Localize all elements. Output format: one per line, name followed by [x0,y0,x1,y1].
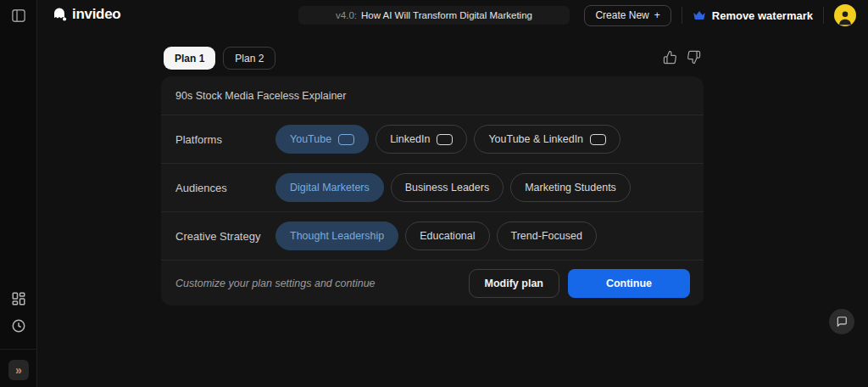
modify-plan-button[interactable]: Modify plan [469,269,559,298]
option-business-leaders[interactable]: Business Leaders [391,173,504,202]
platforms-row: Platforms YouTube LinkedIn YouTube & Lin… [161,115,704,164]
document-name: How AI Will Transform Digital Marketing [361,10,532,20]
avatar-person-icon [836,8,854,26]
chat-launcher-button[interactable] [829,309,854,334]
platform-options: YouTube LinkedIn YouTube & LinkedIn [275,125,620,154]
avatar[interactable] [834,4,856,26]
invideo-logo-icon [51,6,68,23]
create-new-label: Create New [595,9,648,21]
tab-plan-1[interactable]: Plan 1 [164,47,215,70]
option-label: LinkedIn [390,133,430,145]
sidebar-divider [0,349,36,350]
platforms-label: Platforms [175,133,275,146]
strategy-options: Thought Leadership Educational Trend-Foc… [275,222,597,250]
invideo-logo[interactable]: invideo [51,6,120,23]
plan-card: 90s Stock Media Faceless Explainer Platf… [161,76,704,306]
landscape-frame-icon [437,134,453,145]
top-bar: invideo v4.0: How AI Will Transform Digi… [0,0,868,31]
option-trend-focused[interactable]: Trend-Focused [497,222,597,250]
crown-icon [693,9,706,21]
audiences-label: Audiences [175,182,275,194]
document-title-field[interactable]: v4.0: How AI Will Transform Digital Mark… [298,6,570,25]
option-digital-marketers[interactable]: Digital Marketers [275,173,384,202]
landscape-frame-icon [590,134,606,145]
topbar-divider [682,7,682,24]
topbar-actions: Create New + Remove watermark [584,0,856,31]
grid-icon[interactable] [11,291,26,306]
document-version: v4.0: [336,10,357,20]
plan-tabs: Plan 1 Plan 2 [164,47,275,70]
option-label: YouTube & LinkedIn [488,133,583,145]
audiences-row: Audiences Digital Marketers Business Lea… [161,164,704,212]
audience-options: Digital Marketers Business Leaders Marke… [275,173,631,202]
expand-sidebar-button[interactable]: » [8,360,29,380]
create-new-button[interactable]: Create New + [584,5,670,26]
tab-plan-2[interactable]: Plan 2 [223,47,275,70]
remove-watermark-label: Remove watermark [712,9,813,22]
option-youtube-linkedin[interactable]: YouTube & LinkedIn [474,125,620,154]
topbar-divider [823,7,824,24]
customize-note: Customize your plan settings and continu… [175,278,460,289]
remove-watermark-button[interactable]: Remove watermark [693,9,813,22]
option-youtube[interactable]: YouTube [275,125,369,154]
continue-button[interactable]: Continue [568,269,690,298]
plan-title: 90s Stock Media Faceless Explainer [161,76,704,115]
plus-icon: + [654,9,660,21]
plan-rating [663,50,701,64]
creative-strategy-label: Creative Strategy [175,230,275,243]
left-sidebar: » [0,0,37,387]
option-marketing-students[interactable]: Marketing Students [510,173,631,202]
option-linkedin[interactable]: LinkedIn [376,125,467,154]
option-educational[interactable]: Educational [405,222,489,250]
clock-icon[interactable] [11,318,26,334]
thumbs-up-icon[interactable] [663,50,677,64]
option-label: YouTube [290,133,331,145]
logo-text: invideo [72,6,120,23]
plan-card-footer: Customize your plan settings and continu… [161,261,704,306]
expand-icon: » [15,363,22,377]
chat-bubble-icon [836,316,848,328]
option-thought-leadership[interactable]: Thought Leadership [275,222,398,250]
thumbs-down-icon[interactable] [687,50,701,64]
landscape-frame-icon [338,134,354,145]
creative-strategy-row: Creative Strategy Thought Leadership Edu… [161,212,704,261]
